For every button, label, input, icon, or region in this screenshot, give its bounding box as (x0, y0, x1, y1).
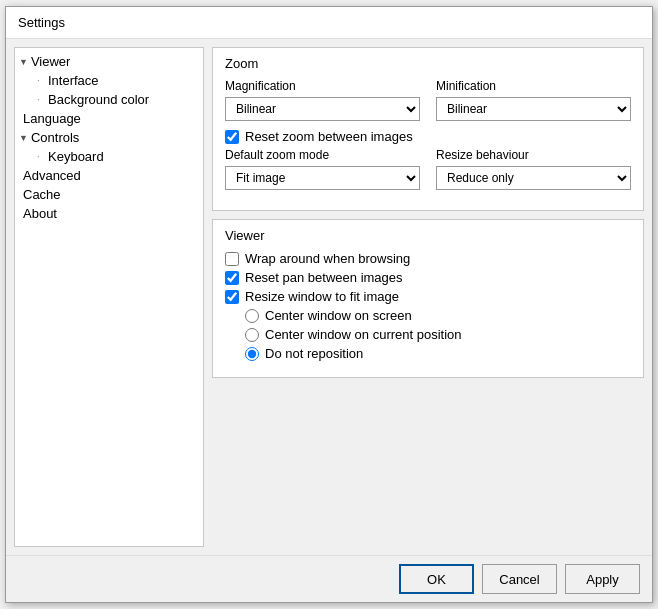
zoom-section-title: Zoom (225, 56, 631, 71)
resize-window-checkbox[interactable] (225, 290, 239, 304)
collapse-icon: ▼ (19, 57, 28, 67)
sidebar-item-keyboard[interactable]: · Keyboard (15, 147, 203, 166)
sidebar-label-controls: Controls (31, 130, 79, 145)
reset-zoom-label: Reset zoom between images (245, 129, 413, 144)
reset-pan-row: Reset pan between images (225, 270, 631, 285)
sidebar-item-background-color[interactable]: · Background color (15, 90, 203, 109)
reset-zoom-checkbox[interactable] (225, 130, 239, 144)
wrap-around-checkbox[interactable] (225, 252, 239, 266)
dialog-title: Settings (6, 7, 652, 39)
viewer-section: Viewer Wrap around when browsing Reset p… (212, 219, 644, 378)
reset-pan-checkbox[interactable] (225, 271, 239, 285)
sidebar-label-advanced: Advanced (23, 168, 81, 183)
sidebar-item-language[interactable]: Language (15, 109, 203, 128)
no-reposition-radio[interactable] (245, 347, 259, 361)
sidebar-item-controls[interactable]: ▼ Controls (15, 128, 203, 147)
reset-zoom-row: Reset zoom between images (225, 129, 631, 144)
magnification-col: Magnification Bilinear Nearest Bicubic (225, 79, 420, 121)
sidebar-item-cache[interactable]: Cache (15, 185, 203, 204)
no-reposition-label: Do not reposition (265, 346, 363, 361)
dot-icon: · (37, 151, 45, 162)
minification-label: Minification (436, 79, 631, 93)
magnification-label: Magnification (225, 79, 420, 93)
center-position-radio[interactable] (245, 328, 259, 342)
resize-behaviour-label: Resize behaviour (436, 148, 631, 162)
sidebar-label-keyboard: Keyboard (48, 149, 104, 164)
viewer-section-title: Viewer (225, 228, 631, 243)
sidebar-label-language: Language (23, 111, 81, 126)
center-position-row: Center window on current position (225, 327, 631, 342)
dot-icon: · (37, 94, 45, 105)
resize-window-row: Resize window to fit image (225, 289, 631, 304)
minification-select[interactable]: Bilinear Nearest Bicubic (436, 97, 631, 121)
center-screen-label: Center window on screen (265, 308, 412, 323)
default-zoom-col: Default zoom mode Fit image Original siz… (225, 148, 420, 190)
sidebar-label-about: About (23, 206, 57, 221)
minification-col: Minification Bilinear Nearest Bicubic (436, 79, 631, 121)
zoom-mode-row: Default zoom mode Fit image Original siz… (225, 148, 631, 190)
wrap-around-label: Wrap around when browsing (245, 251, 410, 266)
resize-behaviour-select[interactable]: Reduce only Enlarge only Always Never (436, 166, 631, 190)
magnification-select[interactable]: Bilinear Nearest Bicubic (225, 97, 420, 121)
sidebar-item-viewer[interactable]: ▼ Viewer (15, 52, 203, 71)
dialog-body: ▼ Viewer · Interface · Background color (6, 39, 652, 555)
main-content: Zoom Magnification Bilinear Nearest Bicu… (212, 47, 644, 547)
resize-behaviour-col: Resize behaviour Reduce only Enlarge onl… (436, 148, 631, 190)
sidebar-label-interface: Interface (48, 73, 99, 88)
sidebar-item-advanced[interactable]: Advanced (15, 166, 203, 185)
sidebar-item-interface[interactable]: · Interface (15, 71, 203, 90)
resize-window-label: Resize window to fit image (245, 289, 399, 304)
zoom-selects-row: Magnification Bilinear Nearest Bicubic M… (225, 79, 631, 121)
default-zoom-select[interactable]: Fit image Original size Fit width (225, 166, 420, 190)
settings-dialog: Settings ▼ Viewer · Interface · (5, 6, 653, 603)
apply-button[interactable]: Apply (565, 564, 640, 594)
cancel-button[interactable]: Cancel (482, 564, 557, 594)
reset-pan-label: Reset pan between images (245, 270, 403, 285)
sidebar-label-background-color: Background color (48, 92, 149, 107)
wrap-around-row: Wrap around when browsing (225, 251, 631, 266)
settings-sidebar: ▼ Viewer · Interface · Background color (14, 47, 204, 547)
dot-icon: · (37, 75, 45, 86)
dialog-footer: OK Cancel Apply (6, 555, 652, 602)
ok-button[interactable]: OK (399, 564, 474, 594)
sidebar-item-about[interactable]: About (15, 204, 203, 223)
sidebar-label-viewer: Viewer (31, 54, 71, 69)
no-reposition-row: Do not reposition (225, 346, 631, 361)
zoom-section: Zoom Magnification Bilinear Nearest Bicu… (212, 47, 644, 211)
default-zoom-label: Default zoom mode (225, 148, 420, 162)
collapse-icon: ▼ (19, 133, 28, 143)
sidebar-label-cache: Cache (23, 187, 61, 202)
center-screen-row: Center window on screen (225, 308, 631, 323)
center-position-label: Center window on current position (265, 327, 462, 342)
center-screen-radio[interactable] (245, 309, 259, 323)
